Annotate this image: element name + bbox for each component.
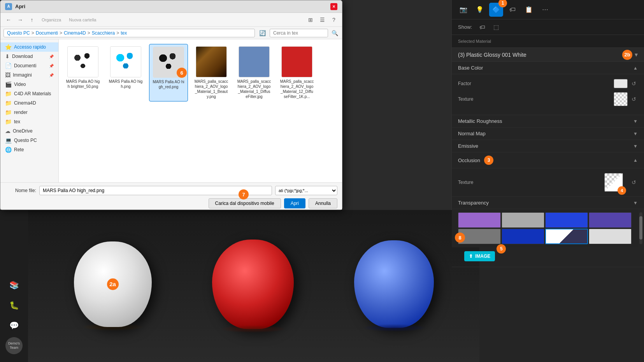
path-documenti[interactable]: Documenti: [36, 30, 58, 36]
new-folder-label[interactable]: Nuova cartella: [69, 17, 96, 22]
rp-icon-light[interactable]: 💡: [473, 3, 487, 17]
show-icon-tag[interactable]: 🏷: [477, 22, 488, 33]
open-button[interactable]: Apri: [284, 198, 305, 208]
section-occlusion[interactable]: Occlusion 3 ▲: [452, 152, 644, 168]
path-scacchiera[interactable]: Scacchiera: [92, 30, 115, 36]
sidebar-icon-bug[interactable]: 🐛: [5, 297, 23, 314]
base-color-title: Base Color: [458, 65, 483, 71]
file-item-1[interactable]: MARS Palla AO high brighter_50.png: [63, 44, 102, 101]
file-label-6: MARS_palla_scacchiera_2_AOV_logo_Materia…: [280, 79, 314, 99]
main-area: A Apri × ← → ↑ Organizza Nuova cartella …: [28, 0, 451, 362]
dialog-toolbar: ← → ↑ Organizza Nuova cartella ⊞ ☰ ?: [0, 13, 342, 27]
forward-button[interactable]: →: [15, 15, 25, 25]
refresh-button[interactable]: 🔄: [257, 28, 267, 38]
transparency-swatch-3[interactable]: [545, 212, 588, 228]
selected-material-label: Selected Material: [458, 39, 491, 44]
address-path[interactable]: Questo PC > Documenti > Cinema4D > Scacc…: [4, 29, 255, 37]
factor-swatch[interactable]: [614, 79, 628, 88]
nav-item-cinema4d[interactable]: 📁 Cinema4D: [0, 98, 58, 108]
nav-item-questo-pc[interactable]: 💻 Questo PC: [0, 136, 58, 145]
file-thumb-4: [196, 46, 227, 77]
search-button[interactable]: 🔍: [330, 29, 339, 37]
organize-label[interactable]: Organizza: [42, 17, 61, 22]
nav-label-documenti: Documenti: [14, 63, 36, 68]
transparency-scroll-thumb[interactable]: [639, 216, 642, 240]
factor-reset-button[interactable]: ↺: [630, 80, 638, 87]
file-item-5[interactable]: MARS_palla_scacchiera_2_AOV_logo_Materia…: [235, 44, 274, 101]
factor-controls: ↺: [614, 79, 638, 88]
file-thumb-5: [239, 46, 270, 77]
path-cinema4d[interactable]: Cinema4D: [64, 30, 86, 36]
material-dropdown-icon[interactable]: ▾: [635, 51, 638, 58]
transparency-swatch-6[interactable]: [502, 229, 544, 244]
files-grid: MARS Palla AO high brighter_50.png MARS …: [63, 44, 337, 101]
dialog-actions: Carica dal dispositivo mobile Apri Annul…: [5, 198, 337, 208]
path-tex[interactable]: tex: [121, 30, 127, 36]
transparency-swatch-2[interactable]: [502, 212, 544, 228]
sidebar-icon-chat[interactable]: 💬: [5, 317, 23, 334]
rp-icon-tag[interactable]: 🏷: [505, 3, 519, 17]
badge-3: 3: [484, 156, 493, 165]
emissive-title: Emissive: [458, 143, 478, 149]
section-transparency[interactable]: Transparency ▼: [452, 197, 644, 209]
transparency-title: Transparency: [458, 200, 489, 206]
occlusion-reset-button[interactable]: ↺: [630, 178, 638, 186]
nav-label-accesso: Accesso rapido: [14, 44, 46, 50]
nav-item-c4d[interactable]: 📁 C4D AR Materials: [0, 89, 58, 98]
show-icon-grid[interactable]: ⬚: [491, 22, 502, 33]
sphere-white: 2a: [74, 241, 152, 327]
dialog-title: Apri: [15, 3, 25, 9]
back-button[interactable]: ←: [4, 15, 14, 25]
avatar[interactable]: Demo's Team: [5, 337, 23, 354]
texture-swatch-base[interactable]: [614, 92, 628, 106]
file-item-6[interactable]: MARS_palla_scacchiera_2_AOV_logo_Materia…: [277, 44, 316, 101]
nav-item-render[interactable]: 📁 render: [0, 108, 58, 117]
file-label-4: MARS_palla_scacchiera_2_AOV_logo_Materia…: [194, 79, 228, 99]
material-name-row[interactable]: (3) Plastic Glossy 001 White 2b ▾: [452, 48, 644, 62]
nav-item-tex[interactable]: 📁 tex: [0, 117, 58, 126]
section-emissive[interactable]: Emissive ▼: [452, 140, 644, 152]
file-label-5: MARS_palla_scacchiera_2_AOV_logo_Materia…: [237, 79, 271, 99]
texture-reset-button-base[interactable]: ↺: [630, 95, 638, 103]
close-button[interactable]: ×: [330, 3, 337, 10]
section-normal-map[interactable]: Normal Map ▼: [452, 128, 644, 140]
rp-icon-camera[interactable]: 📷: [456, 3, 470, 17]
section-base-color[interactable]: Base Color ▲: [452, 62, 644, 74]
transparency-swatch-1[interactable]: [458, 212, 501, 228]
rp-icon-material[interactable]: 🔷 1: [489, 3, 503, 17]
nav-item-video[interactable]: 🎬 Video: [0, 80, 58, 89]
search-input[interactable]: [270, 29, 328, 37]
cancel-button[interactable]: Annulla: [309, 198, 337, 208]
file-item-3[interactable]: MARS Palla AO high_red.png 6: [149, 44, 188, 101]
path-pc[interactable]: Questo PC: [7, 30, 30, 36]
file-item-2[interactable]: MARS Palla AO high.png: [106, 44, 145, 101]
occlusion-title: Occlusion: [458, 157, 480, 163]
transparency-scrollbar[interactable]: [639, 212, 642, 244]
nav-item-download[interactable]: ⬇ Download 📌: [0, 52, 58, 61]
filetype-select[interactable]: ati (*pjp;*jpg;*...: [275, 186, 337, 195]
up-button[interactable]: ↑: [27, 15, 37, 25]
nav-item-immagini[interactable]: 🖼 Immagini 📌: [0, 70, 58, 80]
help-button[interactable]: ?: [329, 15, 339, 25]
rp-icon-clipboard[interactable]: 📋: [522, 3, 536, 17]
view-list-button[interactable]: ⊞: [305, 15, 316, 25]
sphere-red: [212, 240, 294, 329]
nav-item-documenti[interactable]: 📄 Documenti 📌: [0, 61, 58, 70]
view-grid-button[interactable]: ☰: [317, 15, 327, 25]
nav-item-rete[interactable]: 🌐 Rete: [0, 145, 58, 154]
image-button[interactable]: ⬆ IMAGE: [464, 251, 495, 261]
section-metallic-roughness[interactable]: Metallic Roughness ▼: [452, 115, 644, 128]
file-item-4[interactable]: MARS_palla_scacchiera_2_AOV_logo_Materia…: [192, 44, 231, 101]
nav-item-onedrive[interactable]: ☁ OneDrive: [0, 126, 58, 136]
rp-icon-more[interactable]: ⋯: [538, 3, 552, 17]
filename-input[interactable]: [39, 186, 272, 195]
transparency-swatch-7[interactable]: [545, 229, 588, 244]
transparency-swatch-8[interactable]: [589, 229, 632, 244]
transparency-swatch-4[interactable]: [589, 212, 632, 228]
nav-img-icon: 🖼: [5, 72, 11, 78]
load-from-mobile-button[interactable]: Carica dal dispositivo mobile: [209, 198, 281, 208]
nav-item-accesso-rapido[interactable]: ⭐ Accesso rapido: [0, 42, 58, 52]
nav-folder-render-icon: 📁: [5, 109, 12, 115]
show-bar: Show: 🏷 ⬚: [452, 19, 644, 35]
sidebar-icon-book[interactable]: 📚: [5, 276, 23, 294]
